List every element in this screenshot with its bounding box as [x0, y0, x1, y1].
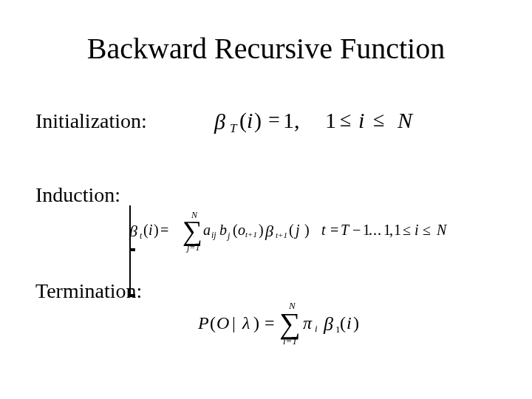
- cond-T: T: [341, 222, 349, 239]
- sigma-upper: N: [289, 300, 296, 312]
- cond-eq: =: [330, 222, 338, 239]
- beta2: β: [265, 222, 273, 241]
- cond-minus: −: [352, 222, 361, 239]
- beta: β: [324, 313, 333, 335]
- bracket-right-bot: [129, 296, 135, 297]
- label-termination: Termination:: [35, 279, 142, 303]
- sub-t: t: [140, 231, 142, 242]
- sub-t1: t+1: [245, 230, 257, 239]
- beta: β: [129, 222, 137, 241]
- paren-open: (: [143, 222, 149, 239]
- var-P: P: [198, 313, 209, 333]
- le-1: ≤: [403, 222, 411, 239]
- cond-t: t: [321, 222, 326, 239]
- bar: |: [232, 313, 236, 333]
- lambda: λ: [242, 313, 250, 333]
- paren-open: (: [210, 313, 216, 333]
- paren-open: (: [239, 108, 247, 133]
- paren-open-b: (: [340, 313, 346, 333]
- label-induction: Induction:: [35, 183, 120, 207]
- beta2-sub: t+1: [276, 231, 287, 239]
- range-N: N: [398, 108, 412, 133]
- pi: π: [303, 313, 312, 333]
- range-1: 1: [394, 222, 401, 239]
- le-1: ≤: [340, 108, 351, 132]
- formula-induction: β t ( i ) = ∑ N j=1 a ij b j ( o t+1 ) β…: [129, 205, 477, 257]
- var-a: a: [203, 222, 211, 239]
- slide: Backward Recursive Function Initializati…: [0, 0, 532, 399]
- var-b: b: [219, 222, 227, 239]
- le-2: ≤: [423, 222, 431, 239]
- var-o: o: [238, 222, 245, 239]
- paren-open-b: (: [233, 222, 238, 239]
- var-j: j: [296, 222, 300, 239]
- paren-open-beta: (: [289, 222, 294, 239]
- equals: =: [268, 108, 280, 132]
- var-O: O: [216, 313, 229, 333]
- sub-T: T: [230, 121, 236, 136]
- range-1: 1: [325, 108, 336, 133]
- paren-close: ): [154, 222, 159, 239]
- comma: ,: [294, 108, 300, 133]
- range-N: N: [437, 222, 446, 239]
- range-i: i: [415, 222, 419, 239]
- paren-close-beta: ): [304, 222, 310, 239]
- cond-comma: ,: [389, 222, 393, 239]
- var-i: i: [347, 313, 352, 333]
- paren-close: ): [254, 108, 262, 133]
- equals: =: [265, 313, 275, 333]
- dots: ...: [369, 222, 382, 239]
- one: 1: [283, 108, 294, 133]
- sub-j: j: [228, 231, 230, 242]
- beta: β: [214, 109, 225, 134]
- sigma-upper: N: [191, 210, 197, 221]
- var-i: i: [149, 222, 153, 239]
- paren-close: ): [253, 313, 259, 333]
- slide-title: Backward Recursive Function: [0, 31, 532, 66]
- range-i: i: [358, 108, 364, 133]
- sigma-lower: i=1: [283, 335, 297, 347]
- paren-close-b: ): [353, 313, 359, 333]
- equals: =: [160, 222, 168, 239]
- bracket-right: [129, 251, 131, 294]
- paren-close-b: ): [259, 222, 264, 239]
- le-2: ≤: [373, 108, 384, 132]
- pi-sub: i: [315, 323, 318, 335]
- var-i: i: [247, 108, 253, 133]
- formula-initialization: β T ( i ) = 1 , 1 ≤ i ≤ N: [214, 102, 488, 134]
- sub-ij: ij: [211, 230, 216, 241]
- sigma-lower: j=1: [187, 242, 200, 253]
- label-initialization: Initialization:: [35, 109, 147, 133]
- formula-termination: P ( O | λ ) = ∑ N i=1 π i β 1 ( i ): [198, 297, 420, 349]
